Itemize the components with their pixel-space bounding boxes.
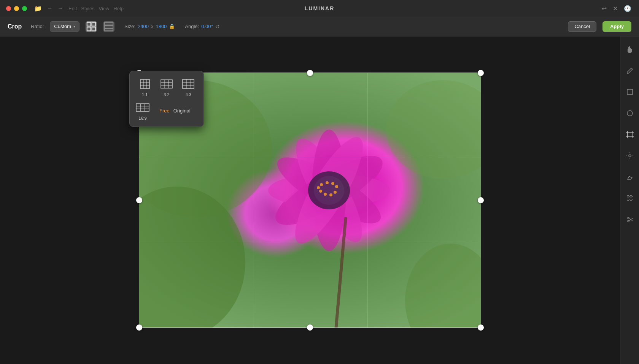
right-sidebar	[620, 36, 639, 364]
svg-rect-4	[105, 22, 113, 25]
size-separator: x	[151, 24, 154, 29]
ratio-value: Custom	[54, 24, 71, 29]
close-button[interactable]	[6, 6, 11, 11]
title-bar-right: ↩ ✕ 🕐	[602, 5, 631, 12]
ratio-item-16-9[interactable]: 16:9	[136, 101, 149, 120]
svg-rect-36	[161, 80, 172, 88]
handle-bottom-right[interactable]	[478, 324, 484, 331]
svg-rect-46	[136, 104, 149, 111]
tool-erase[interactable]	[623, 170, 637, 184]
app-title: LUMINAR	[305, 5, 335, 11]
svg-rect-6	[105, 28, 113, 31]
folder-icon[interactable]: 📁	[34, 5, 42, 12]
svg-rect-85	[630, 200, 631, 201]
svg-rect-78	[631, 198, 632, 198]
traffic-lights	[6, 6, 27, 11]
ratio-popup: 1:1 3:2	[129, 71, 204, 127]
grid-line-h1	[139, 158, 481, 158]
close-icon[interactable]: ✕	[613, 5, 618, 12]
svg-rect-86	[631, 200, 632, 201]
tool-pen[interactable]	[623, 64, 637, 78]
toolbar: Crop Ratio: Custom ▾ Size: 2400 x 1800 🔒…	[0, 17, 639, 36]
cancel-button[interactable]: Cancel	[568, 21, 596, 32]
forward-icon[interactable]: →	[58, 5, 63, 11]
apply-button[interactable]: Apply	[602, 21, 631, 32]
handle-middle-left[interactable]	[136, 197, 142, 203]
handle-top-center[interactable]	[307, 70, 313, 76]
svg-rect-69	[630, 195, 631, 196]
svg-rect-31	[140, 79, 149, 89]
handle-bottom-center[interactable]	[307, 324, 313, 331]
size-width[interactable]: 2400	[138, 24, 149, 29]
tool-circle[interactable]	[623, 106, 637, 120]
svg-rect-2	[87, 27, 91, 31]
grid-view-button-2[interactable]	[103, 21, 114, 32]
history-icon[interactable]: 🕐	[624, 5, 631, 12]
handle-bottom-left[interactable]	[136, 324, 142, 331]
svg-rect-83	[627, 200, 628, 201]
maximize-button[interactable]	[22, 6, 27, 11]
svg-point-88	[628, 220, 629, 222]
tool-transform[interactable]	[623, 149, 637, 163]
svg-rect-73	[631, 196, 631, 197]
grid-line-h2	[139, 243, 481, 243]
svg-rect-3	[92, 27, 95, 31]
undo-icon[interactable]: ↩	[602, 5, 607, 12]
ratio-icon-1-1	[138, 77, 152, 91]
minimize-button[interactable]	[14, 6, 19, 11]
ratio-label: Ratio:	[31, 24, 44, 29]
angle-value[interactable]: 0.00°	[201, 24, 213, 29]
lock-icon[interactable]: 🔒	[169, 24, 175, 29]
svg-rect-0	[87, 22, 91, 26]
handle-middle-right[interactable]	[478, 197, 484, 203]
ratio-item-4-3[interactable]: 4:3	[180, 77, 197, 97]
back-icon[interactable]: ←	[47, 5, 52, 11]
svg-rect-1	[92, 22, 95, 26]
svg-rect-70	[631, 195, 632, 196]
svg-rect-5	[105, 25, 113, 28]
size-height[interactable]: 1800	[156, 24, 167, 29]
svg-rect-74	[632, 196, 633, 197]
svg-rect-79	[628, 199, 628, 199]
size-section: Size: 2400 x 1800 🔒	[124, 24, 175, 29]
svg-rect-53	[628, 132, 632, 137]
svg-line-90	[629, 218, 633, 221]
grid-line-v2	[367, 73, 367, 328]
ratio-grid: 1:1 3:2	[136, 77, 197, 97]
angle-section: Angle: 0.00° ↺	[185, 24, 219, 30]
ratio-label-16-9: 16:9	[138, 116, 146, 120]
chevron-down-icon: ▾	[73, 24, 75, 28]
tool-crop[interactable]	[623, 128, 637, 141]
ratio-item-free[interactable]: Free	[159, 108, 170, 114]
ratio-label-3-2: 3:2	[164, 92, 169, 97]
angle-label: Angle:	[185, 24, 199, 29]
title-bar-icons: 📁 ← → Edit Styles View Help	[34, 5, 124, 12]
svg-rect-77	[630, 198, 631, 198]
svg-rect-51	[627, 89, 633, 95]
grid-line-v1	[253, 73, 253, 328]
ratio-label-1-1: 1:1	[142, 92, 148, 97]
main-content: 1:1 3:2	[0, 36, 639, 364]
ratio-item-1-1[interactable]: 1:1	[136, 77, 154, 97]
svg-rect-76	[628, 198, 629, 198]
ratio-dropdown[interactable]: Custom ▾	[50, 21, 79, 32]
handle-top-right[interactable]	[478, 70, 484, 76]
svg-rect-81	[631, 199, 631, 199]
ratio-item-original[interactable]: Original	[173, 108, 191, 114]
grid-view-button-1[interactable]	[86, 21, 97, 32]
ratio-item-3-2[interactable]: 3:2	[157, 77, 175, 97]
tool-noise[interactable]	[623, 191, 637, 205]
svg-line-89	[629, 218, 633, 221]
tool-hand[interactable]	[623, 43, 637, 56]
crop-label: Crop	[8, 23, 22, 30]
title-bar: 📁 ← → Edit Styles View Help LUMINAR ↩ ✕ …	[0, 0, 639, 17]
svg-rect-71	[628, 196, 628, 197]
svg-rect-84	[628, 200, 629, 201]
svg-rect-75	[627, 198, 628, 198]
tool-scissors[interactable]	[623, 213, 637, 226]
canvas-area: 1:1 3:2	[0, 36, 620, 364]
ratio-icon-3-2	[160, 77, 173, 91]
tool-rectangle[interactable]	[623, 85, 637, 99]
angle-reset-icon[interactable]: ↺	[215, 24, 220, 30]
svg-point-87	[628, 217, 629, 219]
